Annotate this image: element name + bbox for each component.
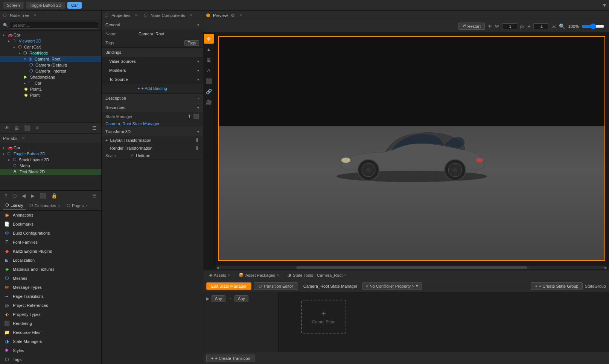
prefabs-close[interactable]: ✕: [22, 136, 25, 140]
grid-tool-btn[interactable]: ⊞: [204, 55, 214, 65]
controller-property-dropdown[interactable]: < No Controller Property > ▾: [362, 282, 421, 290]
properties-close[interactable]: ✕: [135, 13, 138, 17]
lib-item-rendering[interactable]: ⬛ Rendering: [0, 319, 101, 328]
tree-item-car-car[interactable]: ▸ ⬡ Car (Car): [0, 44, 101, 50]
dictionaries-tab[interactable]: ⬡ Dictionaries ✕: [27, 202, 63, 209]
lib-item-localization[interactable]: ⊞ Localization: [0, 256, 101, 265]
add-binding-button[interactable]: + + Add Binding: [102, 84, 203, 93]
car-tab[interactable]: Car: [67, 2, 82, 9]
lib-item-animations[interactable]: ◉ Animations: [0, 211, 101, 220]
tree-item-shadowplane[interactable]: ▶ Shadowplane: [0, 74, 101, 80]
tree-item-rootnode[interactable]: ▸ ⬡ RootNode: [0, 50, 101, 56]
camera-tool-btn[interactable]: 🎥: [204, 97, 214, 107]
prefab-item-menu[interactable]: □ Menu: [0, 163, 101, 169]
transition-from-node[interactable]: Any: [212, 295, 225, 302]
prefabs-back-icon[interactable]: ◀: [20, 192, 27, 199]
to-source-header[interactable]: To Source ▾: [102, 75, 203, 84]
tree-item-car-sub[interactable]: ▸ □ Car: [0, 80, 101, 86]
lib-item-materials[interactable]: ◈ Materials and Textures: [0, 265, 101, 274]
lib-item-state-managers[interactable]: ◑ State Managers: [0, 337, 101, 346]
prefabs-play-icon[interactable]: ▶: [29, 192, 36, 199]
scroll-arrow-left[interactable]: ◀: [216, 265, 219, 270]
transform3d-header[interactable]: Transform 3D ▾: [102, 127, 203, 136]
transition-to-node[interactable]: Any: [234, 295, 248, 302]
transition-editor-button[interactable]: ⬡ Transition Editor: [254, 282, 298, 290]
node-components-close[interactable]: ✕: [190, 13, 193, 17]
lib-item-kanzi-plugins[interactable]: ◆ Kanzi Engine Plugins: [0, 247, 101, 256]
dictionaries-tab-close[interactable]: ✕: [58, 204, 61, 208]
toggle-button-tab[interactable]: Toggle Button 2D: [26, 2, 65, 9]
prefab-item-car[interactable]: ▸ 🚗 Car: [0, 145, 101, 151]
h-input[interactable]: [533, 23, 548, 29]
description-header[interactable]: Description ›: [102, 94, 203, 103]
assets-tab-close[interactable]: ✕: [228, 273, 231, 277]
prefab-item-textblock[interactable]: A Text Block 2D: [0, 169, 101, 175]
w-input[interactable]: [502, 23, 517, 29]
tree-item-point1[interactable]: ◉ Point1: [0, 86, 101, 92]
modifiers-header[interactable]: Modifiers ▾: [102, 66, 203, 75]
layout-transform-upload-icon[interactable]: ⬆: [195, 137, 199, 143]
state-manager-link[interactable]: Camera_Root State Manager: [102, 121, 203, 127]
lib-item-resource-files[interactable]: 📁 Resource Files: [0, 328, 101, 337]
bindings-section-header[interactable]: Bindings: [102, 48, 203, 57]
sm-upload-icon[interactable]: ⬆: [187, 114, 192, 119]
edit-state-manager-button[interactable]: Edit State Manager: [206, 282, 251, 290]
scroll-thumb-h[interactable]: [296, 266, 527, 269]
lib-item-property-types[interactable]: ⬖ Property Types: [0, 310, 101, 319]
lib-item-font-families[interactable]: F Font Families: [0, 238, 101, 247]
prefabs-tool1-icon[interactable]: ⬡: [11, 192, 18, 199]
value-sources-header[interactable]: Value Sources ▾: [102, 57, 203, 66]
create-state-card[interactable]: + Create State: [301, 300, 346, 334]
lib-item-project-refs[interactable]: ◎ Project References: [0, 301, 101, 310]
prefab-item-toggle[interactable]: ▸ □ Toggle Button 2D: [0, 151, 101, 157]
lib-item-build-configs[interactable]: ⚙ Build Configurations: [0, 229, 101, 238]
grid-icon[interactable]: ⬛: [23, 124, 32, 132]
asset-packages-close[interactable]: ✕: [277, 273, 280, 277]
assets-tab[interactable]: ◈ Assets ✕: [206, 271, 234, 279]
lib-item-message-types[interactable]: ✉ Message Types: [0, 283, 101, 292]
state-tools-close[interactable]: ✕: [344, 273, 347, 277]
filter-icon[interactable]: ⊞: [13, 124, 20, 132]
tree-item-camera-root[interactable]: ▾ ◎ Camera_Root: [0, 56, 101, 62]
pages-tab[interactable]: ⬡ Pages ✕: [64, 202, 90, 209]
preview-close[interactable]: ✕: [239, 13, 242, 17]
tree-item-car[interactable]: ▸ 🚗 Car: [0, 32, 101, 38]
layers-tool-btn[interactable]: ⬛: [204, 76, 214, 86]
zoom-slider[interactable]: [582, 23, 604, 29]
text-tool-btn[interactable]: A: [204, 65, 214, 75]
state-tools-tab[interactable]: ◑ State Tools - Camera_Root ✕: [285, 271, 350, 279]
restart-button[interactable]: ↺ Restart: [458, 23, 485, 30]
lib-item-page-transitions[interactable]: ↔ Page Transitions: [0, 292, 101, 301]
list-icon[interactable]: ☰: [91, 124, 98, 132]
viewport-scroll-h[interactable]: ◀ ▶: [215, 265, 609, 270]
pages-tab-close[interactable]: ✕: [85, 204, 88, 208]
tree-item-point[interactable]: ◉ Point: [0, 92, 101, 98]
node-tree-close[interactable]: ✕: [33, 13, 37, 17]
lib-item-styles[interactable]: ✱ Styles: [0, 346, 101, 355]
asset-packages-tab[interactable]: 📦 Asset Packages ✕: [236, 271, 283, 279]
render-transform-upload-icon[interactable]: ⬆: [195, 145, 199, 151]
tree-item-viewport[interactable]: ▸ □ Viewport 2D: [0, 38, 101, 44]
resources-header[interactable]: Resources ▾: [102, 103, 203, 112]
lib-item-bookmarks[interactable]: 📑 Bookmarks: [0, 220, 101, 229]
tree-item-camera-interest[interactable]: ⬡ Camera_Interest: [0, 68, 101, 74]
screen-tab[interactable]: Screen: [3, 2, 24, 9]
sm-grid-icon[interactable]: ⬛: [193, 114, 199, 119]
pointer-tool-btn[interactable]: ✥: [204, 34, 214, 44]
link-tool-btn[interactable]: 🔗: [204, 86, 214, 96]
scroll-arrow-right[interactable]: ▶: [604, 265, 607, 270]
lib-item-meshes[interactable]: ⬡ Meshes: [0, 274, 101, 283]
prefabs-list2-icon[interactable]: ☰: [91, 192, 98, 199]
select-tool-btn[interactable]: ▲: [204, 44, 214, 54]
transition-play-icon[interactable]: ▶: [206, 296, 209, 301]
lib-item-tags[interactable]: ⬡ Tags: [0, 355, 101, 364]
prefab-item-stack[interactable]: ▸ ⬡ Stack Layout 2D: [0, 157, 101, 163]
x-icon[interactable]: ✕: [34, 124, 41, 132]
prefabs-grid2-icon[interactable]: ⬛: [38, 192, 47, 199]
library-tab[interactable]: ⬡ Library: [3, 202, 26, 209]
create-transition-button[interactable]: + + Create Transition: [206, 355, 255, 362]
eye-icon[interactable]: 👁: [3, 124, 11, 132]
create-state-group-button[interactable]: + + Create State Group: [531, 282, 582, 290]
tree-item-camera-default[interactable]: ⬡ Camera (Default): [0, 62, 101, 68]
prefabs-lock-icon[interactable]: 🔒: [50, 192, 59, 199]
